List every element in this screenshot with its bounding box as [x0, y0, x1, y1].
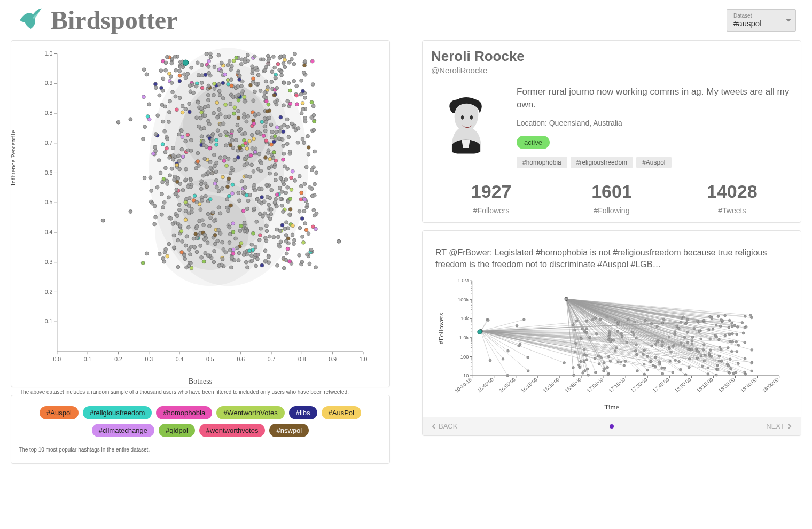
svg-point-1302 — [712, 328, 714, 331]
svg-point-944 — [284, 239, 288, 243]
hashtag-pill[interactable]: #AusPol — [322, 406, 361, 419]
svg-text:0.2: 0.2 — [114, 356, 122, 362]
svg-point-650 — [266, 85, 270, 89]
svg-point-1117 — [736, 351, 738, 353]
svg-point-391 — [207, 224, 211, 228]
hashtag-pill[interactable]: #libs — [289, 406, 317, 419]
svg-point-1470 — [594, 371, 597, 374]
svg-point-449 — [240, 180, 244, 183]
svg-point-1127 — [516, 325, 518, 328]
svg-point-326 — [249, 83, 253, 87]
hashtag-pill[interactable]: #qldpol — [159, 424, 195, 437]
svg-point-294 — [145, 252, 149, 255]
svg-point-1392 — [612, 339, 615, 342]
svg-point-868 — [227, 177, 231, 181]
svg-point-406 — [181, 188, 185, 192]
svg-point-414 — [228, 59, 231, 63]
svg-point-365 — [285, 142, 289, 146]
svg-point-329 — [150, 189, 153, 192]
svg-point-320 — [255, 220, 259, 223]
hashtag-pill[interactable]: #WentworthVotes — [216, 406, 285, 419]
svg-point-428 — [293, 178, 297, 182]
svg-point-1525 — [565, 298, 568, 301]
svg-point-1264 — [606, 367, 609, 369]
cascade-ylabel: #Followers — [437, 313, 446, 344]
profile-tag[interactable]: #homophobia — [517, 157, 567, 168]
hashtag-pill[interactable]: #homophobia — [156, 406, 212, 419]
svg-point-1212 — [749, 314, 752, 317]
svg-text:1.0: 1.0 — [45, 50, 53, 57]
svg-point-863 — [251, 68, 254, 72]
svg-point-1310 — [634, 350, 637, 353]
svg-point-1408 — [737, 344, 740, 347]
svg-point-818 — [192, 237, 196, 240]
back-button[interactable]: BACK — [431, 422, 457, 430]
svg-point-702 — [153, 204, 157, 208]
profile-tag[interactable]: #religiousfreedom — [571, 157, 633, 168]
svg-point-1452 — [700, 338, 702, 340]
hashtag-pill[interactable]: #religiousfreedom — [83, 406, 152, 419]
svg-point-356 — [172, 234, 176, 237]
svg-point-217 — [268, 235, 271, 238]
svg-point-1298 — [646, 369, 649, 372]
svg-point-464 — [185, 235, 189, 238]
svg-point-281 — [293, 124, 296, 128]
svg-point-847 — [203, 114, 207, 118]
svg-point-1099 — [623, 364, 626, 367]
pager-dot[interactable] — [610, 424, 614, 429]
svg-point-707 — [225, 197, 229, 201]
svg-point-267 — [213, 242, 217, 246]
svg-point-895 — [260, 263, 264, 267]
svg-point-919 — [155, 185, 159, 189]
svg-point-896 — [270, 188, 274, 192]
svg-point-290 — [263, 129, 267, 133]
next-button[interactable]: NEXT — [766, 422, 792, 430]
cascade-plot[interactable]: 101001.0k10k100k1.0M10-10-1815:45:0016:0… — [431, 278, 792, 401]
svg-point-565 — [208, 160, 212, 164]
svg-point-269 — [231, 252, 235, 255]
svg-point-253 — [153, 82, 157, 86]
svg-point-855 — [227, 209, 230, 213]
svg-point-422 — [307, 145, 310, 149]
svg-point-1248 — [736, 333, 738, 336]
svg-point-638 — [229, 143, 232, 147]
svg-point-448 — [264, 224, 268, 228]
svg-text:18:30:00: 18:30:00 — [717, 377, 736, 394]
svg-point-202 — [213, 87, 216, 90]
dataset-dropdown[interactable]: Dataset #auspol — [727, 9, 796, 32]
svg-point-1406 — [716, 368, 719, 371]
svg-point-1354 — [733, 324, 736, 327]
svg-point-589 — [290, 57, 293, 61]
profile-tag[interactable]: #Auspol — [636, 157, 671, 168]
svg-point-435 — [279, 126, 283, 129]
svg-point-953 — [129, 118, 132, 121]
svg-point-860 — [252, 122, 256, 126]
svg-point-1123 — [574, 351, 576, 353]
svg-point-854 — [263, 156, 267, 160]
svg-point-889 — [302, 240, 306, 244]
svg-point-750 — [284, 191, 288, 195]
svg-text:1.0k: 1.0k — [459, 334, 469, 340]
svg-point-278 — [288, 213, 292, 216]
svg-point-956 — [183, 60, 189, 66]
scatter-plot[interactable]: 0.00.10.20.30.40.50.60.70.80.91.00.10.20… — [20, 48, 381, 374]
svg-point-651 — [274, 76, 277, 80]
hashtag-pill[interactable]: #wentworthvotes — [199, 424, 266, 437]
svg-point-324 — [263, 125, 267, 128]
svg-point-742 — [243, 131, 247, 135]
svg-point-505 — [303, 60, 307, 64]
svg-text:0.8: 0.8 — [45, 110, 53, 116]
svg-point-486 — [197, 125, 201, 128]
hashtag-pill[interactable]: #nswpol — [269, 424, 309, 437]
svg-point-959 — [470, 115, 473, 120]
svg-point-648 — [251, 248, 255, 252]
svg-point-491 — [166, 254, 169, 258]
svg-point-392 — [279, 55, 283, 59]
svg-point-794 — [229, 171, 232, 175]
hashtag-pill[interactable]: #Auspol — [40, 406, 79, 419]
svg-point-910 — [239, 224, 243, 228]
svg-point-380 — [263, 68, 267, 72]
svg-point-892 — [178, 65, 182, 69]
hashtag-pill[interactable]: #climatechange — [92, 424, 154, 437]
svg-point-643 — [303, 222, 307, 225]
